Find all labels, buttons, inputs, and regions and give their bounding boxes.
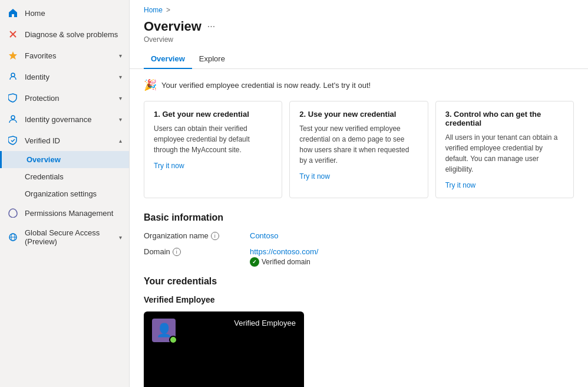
sidebar-subitem-overview[interactable]: Overview xyxy=(0,151,129,168)
home-icon xyxy=(7,7,19,19)
verified-badge: Verified domain xyxy=(250,257,318,267)
org-link[interactable]: Contoso xyxy=(250,231,278,240)
sidebar-subitem-org-settings[interactable]: Organization settings xyxy=(0,185,129,202)
sidebar-item-identity[interactable]: Identity ▾ xyxy=(0,66,129,87)
tab-overview[interactable]: Overview xyxy=(144,50,192,69)
global-secure-icon xyxy=(7,231,19,243)
svg-marker-2 xyxy=(9,51,17,60)
chevron-down-icon: ▾ xyxy=(119,95,122,101)
org-value: Contoso xyxy=(250,231,278,240)
step-card-3: 3. Control who can get the credential Al… xyxy=(435,101,574,198)
sidebar-subitem-credentials[interactable]: Credentials xyxy=(0,168,129,185)
notice-banner: 🎉 Your verified employee credential is n… xyxy=(144,78,574,91)
domain-link[interactable]: https://contoso.com/ xyxy=(250,247,318,256)
tabs-bar: Overview Explore xyxy=(130,50,588,69)
credential-card: 👤 Verified Employee Contoso xyxy=(144,311,304,387)
credentials-subtitle: Verified Employee xyxy=(144,295,574,304)
sidebar-label-favorites: Favorites xyxy=(25,51,56,60)
diagnose-icon xyxy=(7,28,19,40)
sidebar-label-identity-governance: Identity governance xyxy=(25,115,91,124)
credential-card-title: Verified Employee xyxy=(234,319,296,327)
chevron-down-icon: ▾ xyxy=(119,116,122,123)
sidebar-label-diagnose: Diagnose & solve problems xyxy=(25,30,118,39)
credentials-section: Your credentials Verified Employee 👤 Ver… xyxy=(144,276,574,387)
step1-title: 1. Get your new credential xyxy=(154,110,272,119)
avatar-person-icon: 👤 xyxy=(156,323,172,338)
org-label: Organization name i xyxy=(144,231,250,240)
sidebar-item-identity-governance[interactable]: Identity governance ▾ xyxy=(0,109,129,130)
step1-description: Users can obtain their verified employee… xyxy=(154,123,272,155)
sidebar-item-global-secure[interactable]: Global Secure Access (Preview) ▾ xyxy=(0,224,129,251)
steps-row: 1. Get your new credential Users can obt… xyxy=(144,101,574,198)
sidebar-label-home: Home xyxy=(25,9,45,18)
verified-id-icon xyxy=(7,135,19,146)
chevron-up-icon: ▴ xyxy=(119,137,122,144)
notice-icon: 🎉 xyxy=(144,78,157,91)
favorites-icon xyxy=(7,50,19,61)
chevron-down-icon: ▾ xyxy=(119,74,122,80)
sidebar-label-protection: Protection xyxy=(25,94,60,103)
domain-value: https://contoso.com/ Verified domain xyxy=(250,247,318,267)
breadcrumb-home[interactable]: Home xyxy=(144,6,163,14)
step-card-2: 2. Use your new credential Test your new… xyxy=(289,101,428,198)
breadcrumb: Home > xyxy=(130,0,588,17)
sidebar-item-home[interactable]: Home xyxy=(0,2,129,24)
main-content: Home > Overview ··· Overview Overview Ex… xyxy=(130,0,588,387)
basic-info-title: Basic information xyxy=(144,212,574,223)
org-row: Organization name i Contoso xyxy=(144,231,574,240)
sidebar-item-diagnose[interactable]: Diagnose & solve problems xyxy=(0,24,129,45)
step1-link[interactable]: Try it now xyxy=(154,162,184,170)
domain-row: Domain i https://contoso.com/ Verified d… xyxy=(144,247,574,267)
sidebar-label-verified-id: Verified ID xyxy=(25,136,60,145)
sidebar-sublabel-org-settings: Organization settings xyxy=(25,189,97,198)
chevron-down-icon: ▾ xyxy=(119,234,122,241)
page-menu-button[interactable]: ··· xyxy=(207,21,215,32)
domain-label: Domain i xyxy=(144,247,250,256)
protection-icon xyxy=(7,92,19,104)
step2-description: Test your new verified employee credenti… xyxy=(299,123,418,166)
verified-text: Verified domain xyxy=(262,258,310,266)
sidebar-item-permissions[interactable]: Permissions Management xyxy=(0,202,129,224)
sidebar-label-permissions: Permissions Management xyxy=(25,209,113,218)
identity-icon xyxy=(7,71,19,83)
permissions-icon xyxy=(7,207,19,219)
sidebar-item-protection[interactable]: Protection ▾ xyxy=(0,87,129,109)
sidebar-sublabel-overview: Overview xyxy=(27,155,61,164)
basic-info-section: Basic information Organization name i Co… xyxy=(144,212,574,267)
content-area: 🎉 Your verified employee credential is n… xyxy=(130,69,588,387)
sidebar: Home Diagnose & solve problems Favorites… xyxy=(0,0,130,387)
step3-title: 3. Control who can get the credential xyxy=(445,110,564,127)
credential-avatar: 👤 xyxy=(152,319,176,342)
step2-link[interactable]: Try it now xyxy=(299,172,330,181)
credentials-title: Your credentials xyxy=(144,276,574,287)
step2-title: 2. Use your new credential xyxy=(299,110,418,119)
identity-governance-icon xyxy=(7,113,19,125)
chevron-down-icon: ▾ xyxy=(119,53,122,59)
page-header: Overview ··· xyxy=(130,17,588,35)
org-info-icon[interactable]: i xyxy=(211,232,219,240)
sidebar-label-global-secure: Global Secure Access (Preview) xyxy=(25,228,119,246)
domain-info-icon[interactable]: i xyxy=(173,248,181,256)
svg-point-3 xyxy=(11,116,15,119)
page-title: Overview xyxy=(144,19,201,34)
notice-text: Your verified employee credential is now… xyxy=(161,81,371,90)
sidebar-item-favorites[interactable]: Favorites ▾ xyxy=(0,45,129,66)
step3-description: All users in your tenant can obtain a ve… xyxy=(445,132,564,175)
sidebar-item-verified-id[interactable]: Verified ID ▴ xyxy=(0,130,129,151)
sidebar-sublabel-credentials: Credentials xyxy=(25,172,64,181)
tab-explore[interactable]: Explore xyxy=(192,50,232,69)
step3-link[interactable]: Try it now xyxy=(445,181,476,189)
verified-check-icon xyxy=(250,257,259,267)
breadcrumb-separator: > xyxy=(166,6,170,14)
step-card-1: 1. Get your new credential Users can obt… xyxy=(144,101,282,198)
credential-status-dot xyxy=(169,336,177,344)
page-subtitle: Overview xyxy=(130,35,588,50)
sidebar-label-identity: Identity xyxy=(25,73,49,81)
